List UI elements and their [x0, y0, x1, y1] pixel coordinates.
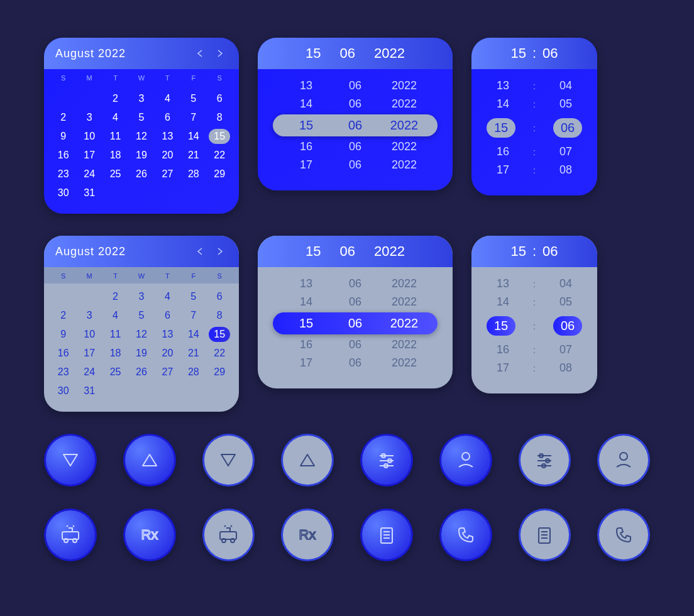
calendar-day[interactable]: 16: [50, 146, 76, 165]
calendar-day[interactable]: 22: [207, 344, 233, 363]
calendar-day[interactable]: [155, 382, 180, 400]
calendar-next-button[interactable]: [212, 244, 228, 259]
calendar-day[interactable]: 20: [155, 344, 180, 363]
calendar-day[interactable]: 8: [207, 108, 233, 127]
calendar-next-button[interactable]: [212, 46, 228, 61]
time-option[interactable]: 14:05: [484, 95, 585, 113]
calendar-day[interactable]: 4: [155, 89, 180, 108]
calendar-day[interactable]: 2: [102, 89, 128, 108]
calendar-day[interactable]: 25: [102, 363, 128, 382]
calendar-day[interactable]: 5: [180, 287, 206, 306]
ambulance-icon-button[interactable]: [202, 509, 255, 561]
rx-icon-button[interactable]: [123, 509, 176, 561]
time-option[interactable]: 17:08: [484, 161, 585, 179]
calendar-day[interactable]: [155, 184, 180, 202]
calendar-day[interactable]: 29: [207, 363, 233, 382]
date-option[interactable]: 16062022: [270, 336, 440, 354]
document-icon-button[interactable]: [519, 509, 571, 561]
triangle-up-icon-button[interactable]: [281, 434, 334, 487]
calendar-day[interactable]: 6: [155, 306, 180, 325]
date-option[interactable]: 14062022: [270, 293, 440, 311]
date-option[interactable]: 17062022: [270, 354, 440, 372]
calendar-day[interactable]: 28: [180, 363, 206, 382]
calendar-day[interactable]: [50, 89, 76, 108]
calendar-day[interactable]: 19: [128, 146, 154, 165]
calendar-day[interactable]: 11: [102, 325, 128, 344]
calendar-day[interactable]: 20: [155, 146, 180, 165]
calendar-day[interactable]: 18: [102, 146, 128, 165]
date-option[interactable]: 13062022: [270, 275, 440, 293]
calendar-day[interactable]: 16: [50, 344, 76, 363]
calendar-day[interactable]: 4: [155, 287, 180, 306]
calendar-day[interactable]: [76, 287, 102, 306]
calendar-day[interactable]: 28: [180, 165, 206, 184]
date-option[interactable]: 16062022: [270, 138, 440, 156]
calendar-day[interactable]: 27: [155, 363, 180, 382]
calendar-day[interactable]: 6: [207, 89, 233, 108]
calendar-prev-button[interactable]: [192, 244, 207, 259]
calendar-day[interactable]: 3: [128, 287, 154, 306]
time-option[interactable]: 17:08: [484, 359, 585, 377]
calendar-day[interactable]: 13: [155, 127, 180, 146]
calendar-day[interactable]: 27: [155, 165, 180, 184]
calendar-day[interactable]: [207, 382, 233, 400]
calendar-day[interactable]: [180, 382, 206, 400]
date-option[interactable]: 15062022: [273, 114, 438, 136]
calendar-day[interactable]: 5: [180, 89, 206, 108]
calendar-day[interactable]: 7: [180, 306, 206, 325]
time-option[interactable]: 14:05: [484, 293, 585, 311]
user-icon-button[interactable]: [597, 434, 650, 487]
calendar-day[interactable]: 6: [155, 108, 180, 127]
date-picker-wheel[interactable]: 1306202214062022150620221606202217062022: [258, 267, 453, 377]
calendar-day[interactable]: 4: [102, 108, 128, 127]
time-picker-wheel[interactable]: 13:0414:0515:0616:0717:08: [471, 267, 597, 382]
calendar-day[interactable]: 14: [180, 127, 206, 146]
calendar-day[interactable]: 9: [50, 127, 76, 146]
calendar-day[interactable]: 4: [102, 306, 128, 325]
calendar-day[interactable]: 5: [128, 306, 154, 325]
calendar-day[interactable]: 31: [76, 184, 102, 202]
sliders-icon-button[interactable]: [360, 434, 413, 487]
calendar-day[interactable]: [50, 287, 76, 306]
calendar-day[interactable]: 18: [102, 344, 128, 363]
sliders-icon-button[interactable]: [519, 434, 571, 487]
calendar-day[interactable]: 26: [128, 165, 154, 184]
calendar-day[interactable]: 2: [50, 108, 76, 127]
time-option[interactable]: 16:07: [484, 143, 585, 161]
calendar-day[interactable]: 9: [50, 325, 76, 344]
calendar-day[interactable]: 31: [76, 382, 102, 400]
calendar-day[interactable]: 29: [207, 165, 233, 184]
user-icon-button[interactable]: [439, 434, 492, 487]
calendar-day[interactable]: 10: [76, 325, 102, 344]
calendar-day[interactable]: 6: [207, 287, 233, 306]
date-option[interactable]: 17062022: [270, 156, 440, 174]
calendar-day[interactable]: 26: [128, 363, 154, 382]
time-picker-wheel[interactable]: 13:0414:0515:0616:0717:08: [471, 69, 597, 184]
calendar-day[interactable]: 7: [180, 108, 206, 127]
calendar-day[interactable]: 5: [128, 108, 154, 127]
calendar-prev-button[interactable]: [192, 46, 207, 61]
phone-icon-button[interactable]: [439, 509, 492, 561]
time-option[interactable]: 13:04: [484, 77, 585, 95]
calendar-day[interactable]: 17: [76, 344, 102, 363]
date-option[interactable]: 13062022: [270, 77, 440, 95]
calendar-day[interactable]: 12: [128, 325, 154, 344]
calendar-day[interactable]: 3: [76, 306, 102, 325]
calendar-day[interactable]: 8: [207, 306, 233, 325]
triangle-down-icon-button[interactable]: [44, 434, 97, 487]
calendar-day[interactable]: [102, 382, 128, 400]
ambulance-icon-button[interactable]: [44, 509, 97, 561]
time-option[interactable]: 16:07: [484, 341, 585, 359]
calendar-day[interactable]: 3: [76, 108, 102, 127]
date-picker-wheel[interactable]: 1306202214062022150620221606202217062022: [258, 69, 453, 179]
document-icon-button[interactable]: [360, 509, 413, 561]
calendar-day[interactable]: 2: [50, 306, 76, 325]
calendar-day[interactable]: 30: [50, 382, 76, 400]
calendar-day[interactable]: 14: [180, 325, 206, 344]
calendar-day[interactable]: [128, 382, 154, 400]
date-option[interactable]: 14062022: [270, 95, 440, 113]
calendar-day[interactable]: 24: [76, 165, 102, 184]
calendar-day[interactable]: 21: [180, 146, 206, 165]
calendar-day[interactable]: 24: [76, 363, 102, 382]
calendar-day[interactable]: [128, 184, 154, 202]
